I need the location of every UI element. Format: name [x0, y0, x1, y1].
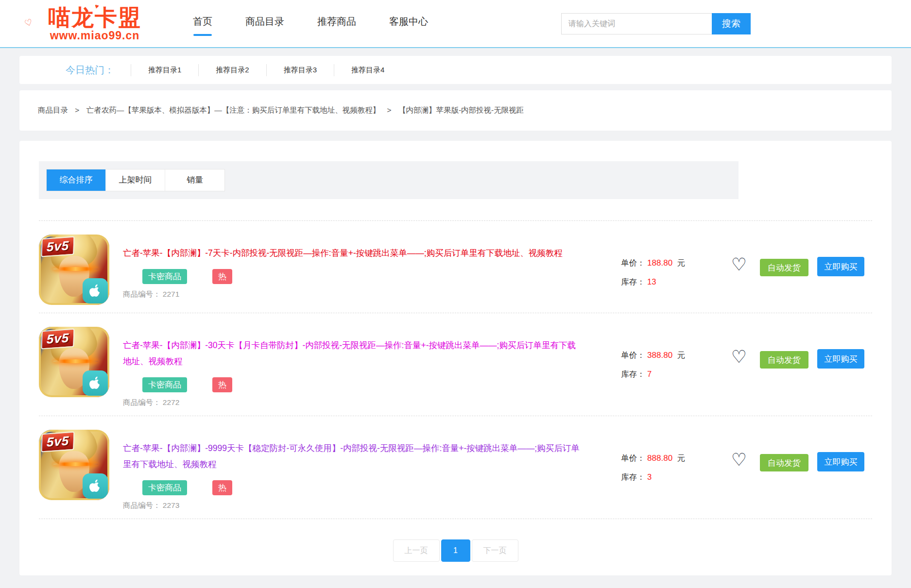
favorite-column: ♡ — [724, 451, 754, 469]
currency-label: 元 — [677, 258, 686, 267]
5v5-badge: 5v5 — [41, 329, 75, 350]
search-input[interactable] — [561, 13, 712, 34]
favorite-heart-icon[interactable]: ♡ — [731, 254, 747, 274]
logo-url: www.miao99.cn — [22, 30, 168, 41]
price-value: 188.80 — [647, 258, 672, 268]
next-page-button[interactable]: 下一页 — [472, 539, 518, 562]
tag-card-product: 卡密商品 — [142, 269, 187, 284]
sort-bar: 综合排序 上架时间 销量 — [39, 161, 739, 199]
hot-link-2[interactable]: 推荐目录2 — [198, 64, 266, 76]
product-row: 5v5 亡者-苹果-【内部澜】-7天卡-内部投视-无限视距—操作:音量+-按键跳… — [39, 220, 872, 313]
hot-link-1[interactable]: 推荐目录1 — [131, 64, 198, 76]
hot-bar-title: 今日热门： — [66, 64, 114, 77]
prev-page-button[interactable]: 上一页 — [393, 539, 440, 562]
stock-value: 3 — [647, 472, 652, 481]
buy-now-button[interactable]: 立即购买 — [817, 257, 864, 276]
stock-value: 7 — [647, 370, 652, 378]
product-row: 5v5 亡者-苹果-【内部澜】-9999天卡【稳定防封-可永久使用】-内部投视-… — [39, 416, 872, 519]
game-icon[interactable]: 5v5 — [39, 430, 109, 500]
buy-now-button[interactable]: 立即购买 — [817, 452, 864, 471]
tag-hot: 热 — [212, 377, 232, 392]
product-title[interactable]: 亡者-苹果-【内部澜】-7天卡-内部投视-无限视距—操作:音量+-按键跳出菜单—… — [123, 245, 580, 261]
hot-link-3[interactable]: 推荐目录3 — [266, 64, 334, 76]
sku-value: 2273 — [163, 501, 179, 509]
apple-badge-icon — [83, 278, 108, 303]
breadcrumb-category[interactable]: 亡者农药—【苹果版本、模拟器版本】—【注意：购买后订单里有下载地址、视频教程】 — [86, 106, 380, 114]
breadcrumb-card: 商品目录 > 亡者农药—【苹果版本、模拟器版本】—【注意：购买后订单里有下载地址… — [19, 90, 892, 131]
breadcrumb-current: 【内部澜】苹果版-内部投视-无限视距 — [398, 106, 524, 114]
breadcrumb-separator: > — [75, 106, 79, 114]
main-nav: 首页 商品目录 推荐商品 客服中心 — [192, 8, 429, 39]
product-title[interactable]: 亡者-苹果-【内部澜】-9999天卡【稳定防封-可永久使用】-内部投视-无限视距… — [123, 440, 580, 472]
price-column: 单价： 388.80 元 库存： 7 — [621, 327, 724, 388]
product-tags: 卡密商品 热 — [123, 377, 580, 392]
5v5-badge: 5v5 — [41, 236, 75, 257]
nav-item-recommended[interactable]: 推荐商品 — [316, 8, 357, 39]
stock-label: 库存： — [621, 472, 645, 481]
price-label: 单价： — [621, 351, 645, 359]
breadcrumb-separator: > — [387, 106, 392, 114]
price-value: 888.80 — [647, 454, 672, 463]
stock-value: 13 — [647, 277, 656, 286]
favorite-heart-icon[interactable]: ♡ — [731, 450, 747, 470]
stock-label: 库存： — [621, 277, 645, 286]
product-info: 亡者-苹果-【内部澜】-30天卡【月卡自带防封】-内部投视-无限视距—操作:音量… — [123, 327, 580, 408]
price-label: 单价： — [621, 454, 645, 462]
sku-label: 商品编号： — [123, 290, 161, 298]
5v5-badge: 5v5 — [41, 432, 75, 453]
page-1-button[interactable]: 1 — [441, 539, 470, 562]
search-button[interactable]: 搜索 — [712, 13, 751, 34]
price-value: 388.80 — [647, 351, 672, 360]
auto-ship-badge[interactable]: 自动发货 — [760, 259, 808, 276]
breadcrumb-catalog[interactable]: 商品目录 — [38, 106, 68, 114]
auto-ship-badge[interactable]: 自动发货 — [760, 351, 808, 369]
sku-label: 商品编号： — [123, 398, 161, 406]
apple-badge-icon — [83, 370, 108, 396]
product-list-card: 综合排序 上架时间 销量 5v5 亡者-苹果-【内部澜】-7天卡-内部投视-无限… — [19, 141, 892, 575]
game-icon[interactable]: 5v5 — [39, 235, 109, 305]
favorite-column: ♡ — [724, 348, 754, 366]
tag-card-product: 卡密商品 — [142, 377, 187, 392]
stock-label: 库存： — [621, 370, 645, 378]
tag-hot: 热 — [212, 480, 232, 495]
hot-bar: 今日热门： 推荐目录1 推荐目录2 推荐目录3 推荐目录4 — [19, 56, 892, 84]
sku-value: 2272 — [163, 398, 179, 406]
nav-item-home[interactable]: 首页 — [192, 8, 213, 39]
tag-card-product: 卡密商品 — [142, 480, 187, 495]
product-sku: 商品编号： 2272 — [123, 398, 580, 408]
auto-ship-badge[interactable]: 自动发货 — [760, 454, 808, 471]
favorite-column: ♡ — [724, 256, 754, 273]
tag-hot: 热 — [212, 269, 232, 284]
sku-label: 商品编号： — [123, 501, 161, 509]
breadcrumb: 商品目录 > 亡者农药—【苹果版本、模拟器版本】—【注意：购买后订单里有下载地址… — [38, 105, 524, 116]
product-sku: 商品编号： 2273 — [123, 501, 580, 511]
price-column: 单价： 188.80 元 库存： 13 — [621, 235, 724, 296]
site-header: ♡ ♥ 喵龙卡盟 www.miao99.cn 首页 商品目录 推荐商品 客服中心… — [0, 0, 911, 48]
tab-sales[interactable]: 销量 — [165, 169, 224, 191]
price-label: 单价： — [621, 258, 645, 267]
price-column: 单价： 888.80 元 库存： 3 — [621, 430, 724, 491]
product-row: 5v5 亡者-苹果-【内部澜】-30天卡【月卡自带防封】-内部投视-无限视距—操… — [39, 313, 872, 416]
search-bar: 搜索 — [561, 13, 751, 34]
product-info: 亡者-苹果-【内部澜】-9999天卡【稳定防封-可永久使用】-内部投视-无限视距… — [123, 430, 580, 511]
game-icon[interactable]: 5v5 — [39, 327, 109, 397]
sku-value: 2271 — [163, 290, 179, 298]
apple-badge-icon — [83, 473, 108, 499]
buy-now-button[interactable]: 立即购买 — [817, 349, 864, 369]
currency-label: 元 — [677, 351, 686, 359]
site-logo[interactable]: ♡ ♥ 喵龙卡盟 www.miao99.cn — [22, 6, 168, 41]
product-title[interactable]: 亡者-苹果-【内部澜】-30天卡【月卡自带防封】-内部投视-无限视距—操作:音量… — [123, 337, 580, 370]
hot-link-4[interactable]: 推荐目录4 — [334, 64, 401, 76]
product-list: 5v5 亡者-苹果-【内部澜】-7天卡-内部投视-无限视距—操作:音量+-按键跳… — [39, 220, 872, 519]
product-tags: 卡密商品 热 — [123, 269, 580, 284]
nav-item-support[interactable]: 客服中心 — [388, 8, 429, 39]
product-info: 亡者-苹果-【内部澜】-7天卡-内部投视-无限视距—操作:音量+-按键跳出菜单—… — [123, 235, 580, 300]
favorite-heart-icon[interactable]: ♡ — [731, 347, 747, 367]
tab-composite-sort[interactable]: 综合排序 — [47, 169, 106, 191]
product-tags: 卡密商品 热 — [123, 480, 580, 495]
sort-tab-group: 综合排序 上架时间 销量 — [46, 169, 225, 191]
tab-listing-time[interactable]: 上架时间 — [106, 169, 165, 191]
currency-label: 元 — [677, 454, 686, 462]
nav-item-catalog[interactable]: 商品目录 — [244, 8, 285, 39]
product-sku: 商品编号： 2271 — [123, 289, 580, 300]
